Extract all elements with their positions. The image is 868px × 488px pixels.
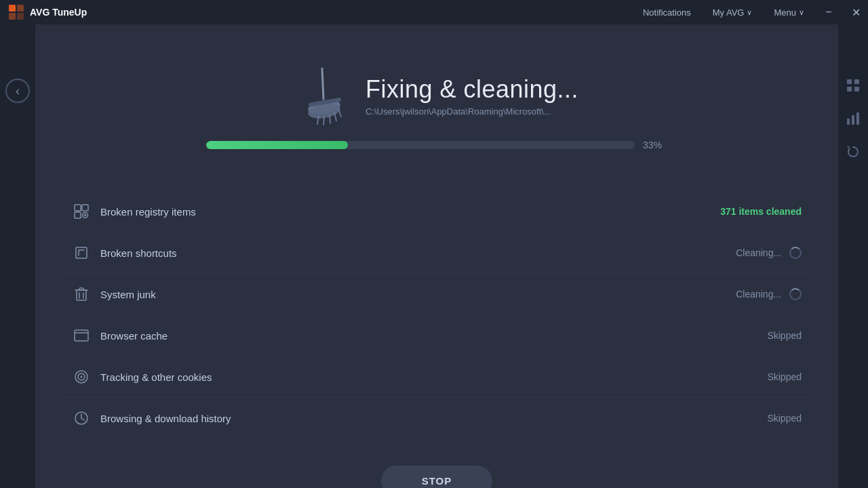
item-status: Skipped <box>767 330 802 341</box>
svg-rect-0 <box>9 5 16 12</box>
header-text: Fixing & cleaning... C:\Users\jwilson\Ap… <box>366 75 578 117</box>
item-status: Cleaning... <box>736 247 802 259</box>
svg-rect-5 <box>854 79 859 84</box>
svg-rect-8 <box>847 119 850 125</box>
item-label: System junk <box>100 289 736 300</box>
grid-icon[interactable] <box>846 79 860 96</box>
progress-bar-fill <box>206 141 348 149</box>
clock-icon <box>72 409 91 428</box>
item-label: Browsing & download history <box>100 413 767 424</box>
svg-rect-9 <box>852 115 854 125</box>
table-row: Tracking & other cookies Skipped <box>64 357 810 398</box>
fixing-path: C:\Users\jwilson\AppData\Roaming\Microso… <box>366 106 578 117</box>
title-bar-left: AVG TuneUp <box>8 4 87 20</box>
back-icon: ‹ <box>16 84 20 98</box>
app-title: AVG TuneUp <box>30 7 87 18</box>
svg-rect-29 <box>77 290 86 300</box>
table-row: Broken registry items 371 items cleaned <box>64 191 810 232</box>
broom-icon <box>295 65 349 126</box>
refresh-icon[interactable] <box>846 145 860 162</box>
browser-icon <box>72 326 91 345</box>
item-label: Broken registry items <box>100 206 720 218</box>
sidebar-left: ‹ <box>0 24 35 488</box>
shortcut-icon <box>72 243 91 262</box>
minimize-button[interactable]: − <box>816 0 841 24</box>
svg-line-41 <box>81 418 84 420</box>
item-status: Skipped <box>767 371 802 382</box>
item-label: Tracking & other cookies <box>100 371 767 383</box>
title-bar: AVG TuneUp Notifications My AVG Menu − ✕ <box>0 0 868 24</box>
svg-rect-22 <box>75 205 81 211</box>
svg-point-38 <box>81 376 83 378</box>
back-button[interactable]: ‹ <box>5 79 30 103</box>
svg-rect-31 <box>79 288 83 290</box>
svg-line-18 <box>330 115 330 123</box>
title-bar-right: Notifications My AVG Menu − ✕ <box>633 0 868 24</box>
svg-rect-24 <box>75 212 81 218</box>
close-button[interactable]: ✕ <box>844 0 868 24</box>
item-status: 371 items cleaned <box>720 206 802 217</box>
svg-rect-7 <box>854 87 859 92</box>
stop-button-container: STOP <box>381 466 493 488</box>
svg-rect-6 <box>847 87 852 92</box>
menu-link[interactable]: Menu <box>764 0 814 24</box>
fixing-title: Fixing & cleaning... <box>366 75 578 104</box>
svg-line-11 <box>322 68 323 99</box>
header-top: Fixing & cleaning... C:\Users\jwilson\Ap… <box>295 65 578 126</box>
chart-icon[interactable] <box>846 112 860 129</box>
myavg-link[interactable]: My AVG <box>703 0 762 24</box>
spinner-icon <box>789 288 802 300</box>
registry-icon <box>72 202 91 221</box>
table-row: Broken shortcuts Cleaning... <box>64 232 810 274</box>
target-icon <box>72 367 91 386</box>
svg-rect-10 <box>856 113 859 125</box>
notifications-link[interactable]: Notifications <box>633 0 701 24</box>
progress-bar-background <box>206 141 635 149</box>
main-content: Fixing & cleaning... C:\Users\jwilson\Ap… <box>35 24 838 488</box>
svg-rect-1 <box>17 5 24 12</box>
svg-rect-3 <box>17 13 24 20</box>
stop-button[interactable]: STOP <box>381 466 493 488</box>
svg-rect-2 <box>9 13 16 20</box>
svg-rect-23 <box>82 205 88 211</box>
table-row: Browsing & download history Skipped <box>64 398 810 439</box>
svg-rect-28 <box>76 247 87 258</box>
header-section: Fixing & cleaning... C:\Users\jwilson\Ap… <box>206 65 667 150</box>
sidebar-right <box>838 24 868 488</box>
svg-line-17 <box>323 117 324 125</box>
avg-logo-icon <box>8 4 24 20</box>
trash-icon <box>72 285 91 304</box>
item-status: Cleaning... <box>736 288 802 300</box>
table-row: Browser cache Skipped <box>64 315 810 357</box>
table-row: System junk Cleaning... <box>64 274 810 315</box>
progress-percent: 33% <box>643 140 667 150</box>
progress-container: 33% <box>206 140 667 150</box>
item-label: Broken shortcuts <box>100 247 736 259</box>
item-label: Browser cache <box>100 330 767 342</box>
svg-rect-4 <box>847 79 852 84</box>
spinner-icon <box>789 247 802 259</box>
item-status: Skipped <box>767 413 802 424</box>
items-list: Broken registry items 371 items cleaned … <box>64 191 810 439</box>
svg-rect-34 <box>75 330 88 341</box>
